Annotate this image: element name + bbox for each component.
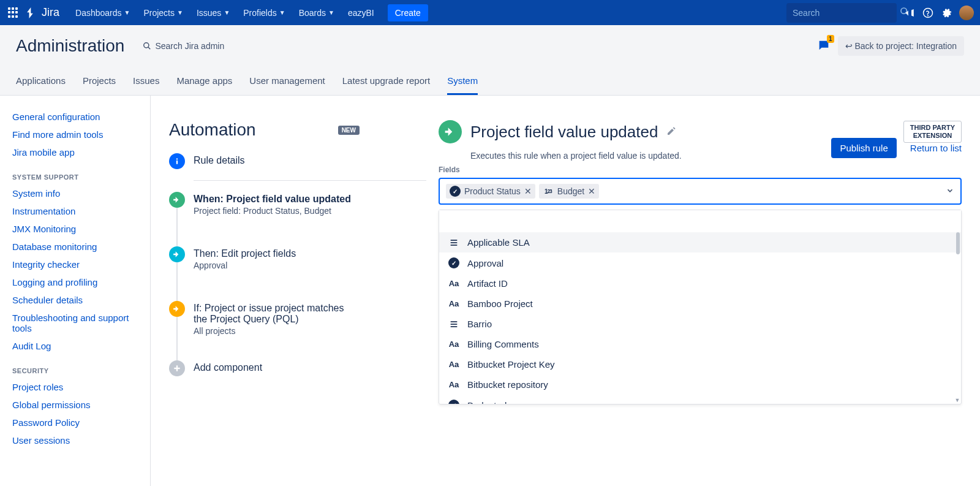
tab-applications[interactable]: Applications bbox=[16, 70, 66, 95]
add-component-label: Add component bbox=[194, 362, 262, 373]
nav-boards[interactable]: Boards▼ bbox=[293, 3, 341, 23]
sidebar-scheduler[interactable]: Scheduler details bbox=[12, 291, 138, 309]
sidebar-system-info[interactable]: System info bbox=[12, 184, 138, 202]
sidebar-jira-mobile[interactable]: Jira mobile app bbox=[12, 143, 138, 161]
dropdown-option[interactable]: AaArtifact ID bbox=[439, 273, 961, 294]
nav-issues[interactable]: Issues▼ bbox=[190, 3, 236, 23]
nav-profields[interactable]: Profields▼ bbox=[237, 3, 291, 23]
dropdown-option[interactable]: ✓Budgeted bbox=[439, 395, 961, 404]
admin-search-label: Search Jira admin bbox=[155, 41, 224, 51]
nav-projects[interactable]: Projects▼ bbox=[137, 3, 189, 23]
dropdown-option[interactable]: ✓Approval bbox=[439, 252, 961, 273]
rule-details-block[interactable]: Rule details bbox=[169, 153, 426, 169]
dropdown-option[interactable]: AaBitbucket Project Key bbox=[439, 354, 961, 374]
feedback-icon[interactable]: 1 bbox=[817, 39, 831, 54]
sidebar-password-policy[interactable]: Password Policy bbox=[12, 414, 138, 431]
sidebar-instrumentation[interactable]: Instrumentation bbox=[12, 202, 138, 220]
sidebar-find-admin-tools[interactable]: Find more admin tools bbox=[12, 126, 138, 143]
create-button[interactable]: Create bbox=[388, 4, 428, 21]
if-subtitle: All projects bbox=[194, 326, 353, 336]
sidebar-integrity[interactable]: Integrity checker bbox=[12, 256, 138, 273]
dropdown-option[interactable]: Barrio bbox=[439, 314, 961, 334]
dropdown-option[interactable]: Applicable SLA bbox=[439, 232, 961, 252]
sidebar-jmx[interactable]: JMX Monitoring bbox=[12, 220, 138, 238]
field-type-icon bbox=[448, 238, 460, 248]
avatar[interactable] bbox=[959, 6, 974, 20]
global-search[interactable] bbox=[786, 3, 897, 23]
secondary-header: Administration Search Jira admin 1 ↩ Bac… bbox=[0, 25, 980, 95]
nav-items: Dashboards▼ Projects▼ Issues▼ Profields▼… bbox=[69, 3, 428, 23]
dropdown-option-label: Applicable SLA bbox=[467, 237, 530, 248]
chip-remove-icon[interactable]: ✕ bbox=[588, 186, 595, 196]
top-navbar: Jira Dashboards▼ Projects▼ Issues▼ Profi… bbox=[0, 0, 980, 25]
search-icon bbox=[143, 42, 151, 50]
scroll-down-icon[interactable]: ▼ bbox=[955, 398, 960, 403]
apps-icon[interactable] bbox=[6, 6, 21, 20]
page-title: Administration bbox=[16, 36, 124, 56]
detail-column: Project field value updated THIRD PARTYE… bbox=[426, 120, 962, 486]
dropdown-option[interactable]: AaBamboo Project bbox=[439, 294, 961, 314]
divider bbox=[194, 180, 426, 181]
sidebar-project-roles[interactable]: Project roles bbox=[12, 378, 138, 396]
sidebar-heading-support: SYSTEM SUPPORT bbox=[12, 173, 138, 181]
sidebar-troubleshooting[interactable]: Troubleshooting and support tools bbox=[12, 309, 138, 337]
chevron-down-icon[interactable] bbox=[946, 186, 954, 197]
right-actions: Publish rule Return to list bbox=[831, 138, 962, 158]
chip-product-status: ✓ Product Status ✕ bbox=[446, 184, 535, 199]
return-to-list-link[interactable]: Return to list bbox=[910, 143, 962, 153]
sidebar-general-config[interactable]: General configuration bbox=[12, 108, 138, 126]
fields-multiselect[interactable]: ✓ Product Status ✕ 123 Budget ✕ bbox=[439, 178, 962, 205]
jira-logo-text: Jira bbox=[42, 6, 59, 19]
tab-manage-apps[interactable]: Manage apps bbox=[176, 70, 232, 95]
sidebar-global-perms[interactable]: Global permissions bbox=[12, 396, 138, 414]
dropdown-option[interactable]: AaBitbucket repository bbox=[439, 374, 961, 395]
scrollbar[interactable] bbox=[956, 232, 960, 254]
search-input[interactable] bbox=[793, 8, 900, 18]
then-block[interactable]: Then: Edit project fields Approval bbox=[169, 246, 426, 270]
rule-type-icon bbox=[439, 120, 462, 143]
when-block[interactable]: When: Project field value updated Projec… bbox=[169, 192, 426, 216]
dropdown-list: Applicable SLA✓ApprovalAaArtifact IDAaBa… bbox=[439, 232, 961, 404]
nav-eazybi[interactable]: eazyBI bbox=[342, 3, 380, 23]
chevron-down-icon: ▼ bbox=[328, 9, 334, 16]
when-subtitle: Project field: Product Status, Budget bbox=[194, 206, 351, 216]
nav-right bbox=[786, 3, 974, 23]
sidebar-audit-log[interactable]: Audit Log bbox=[12, 337, 138, 355]
jira-logo[interactable]: Jira bbox=[24, 6, 59, 20]
detail-title: Project field value updated bbox=[470, 123, 658, 142]
tab-user-management[interactable]: User management bbox=[249, 70, 325, 95]
tab-issues[interactable]: Issues bbox=[133, 70, 159, 95]
dropdown-option[interactable]: AaBilling Comments bbox=[439, 334, 961, 354]
dropdown-search-input[interactable] bbox=[439, 210, 961, 232]
help-icon[interactable] bbox=[922, 7, 933, 18]
dropdown-option-label: Budgeted bbox=[467, 400, 507, 404]
tab-latest-upgrade[interactable]: Latest upgrade report bbox=[342, 70, 430, 95]
dropdown-option-label: Barrio bbox=[467, 319, 492, 329]
field-type-icon: Aa bbox=[448, 380, 460, 389]
if-block[interactable]: If: Project or issue project matches the… bbox=[169, 301, 426, 336]
check-icon: ✓ bbox=[450, 186, 461, 197]
field-type-icon bbox=[448, 319, 460, 329]
sidebar-user-sessions[interactable]: User sessions bbox=[12, 431, 138, 449]
tab-system[interactable]: System bbox=[447, 70, 478, 95]
nav-dashboards[interactable]: Dashboards▼ bbox=[69, 3, 136, 23]
back-to-project-button[interactable]: ↩ Back to project: Integration bbox=[838, 36, 964, 56]
dropdown-option-label: Artifact ID bbox=[467, 278, 508, 289]
edit-icon[interactable] bbox=[666, 126, 676, 138]
publish-rule-button[interactable]: Publish rule bbox=[831, 138, 896, 158]
gear-icon[interactable] bbox=[941, 7, 952, 18]
sidebar-logging[interactable]: Logging and profiling bbox=[12, 273, 138, 291]
megaphone-icon[interactable] bbox=[904, 7, 915, 18]
then-subtitle: Approval bbox=[194, 260, 296, 270]
field-type-icon: Aa bbox=[448, 360, 460, 369]
svg-rect-9 bbox=[174, 368, 179, 369]
add-component-block[interactable]: Add component bbox=[169, 360, 426, 376]
svg-line-5 bbox=[148, 47, 151, 50]
tab-projects[interactable]: Projects bbox=[83, 70, 116, 95]
admin-search[interactable]: Search Jira admin bbox=[143, 41, 224, 51]
field-type-icon: ✓ bbox=[448, 400, 460, 404]
sidebar-db-monitoring[interactable]: Database monitoring bbox=[12, 238, 138, 256]
field-type-icon: Aa bbox=[448, 340, 460, 349]
svg-rect-7 bbox=[176, 161, 178, 164]
chip-remove-icon[interactable]: ✕ bbox=[524, 186, 532, 196]
